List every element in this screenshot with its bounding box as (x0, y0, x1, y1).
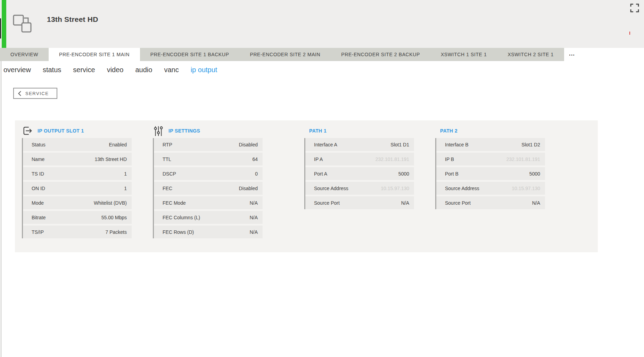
subnav-status[interactable]: status (43, 66, 61, 74)
fullscreen-button[interactable] (630, 3, 641, 13)
tab-overflow-button[interactable]: ... (564, 48, 580, 61)
service-back-label: SERVICE (25, 91, 49, 96)
status-accent-bar (2, 0, 6, 48)
field-table: Interface ASlot1 D1 IP A232.101.81.191 P… (304, 138, 414, 209)
field-row-source-address: Source Address10.15.97.130 (436, 182, 545, 195)
field-row-source-port: Source PortN/A (305, 196, 414, 209)
card-header: PATH 1 (304, 123, 414, 138)
tab-xswitch-1-site-1[interactable]: XSWITCH 1 SITE 1 (430, 48, 497, 61)
subnav-overview[interactable]: overview (3, 66, 31, 74)
section-nav: overview status service video audio vanc… (3, 61, 217, 78)
subnav-service[interactable]: service (73, 66, 95, 74)
card-title: IP OUTPUT SLOT 1 (38, 128, 84, 134)
card-title: PATH 1 (309, 128, 327, 134)
card-title: IP SETTINGS (168, 128, 200, 134)
field-row-fec: FECDisabled (154, 182, 263, 195)
tab-pre-encoder-site-2-backup[interactable]: PRE-ENCODER SITE 2 BACKUP (331, 48, 430, 61)
ip-settings-icon (153, 125, 164, 136)
field-row-port-a: Port A5000 (305, 167, 414, 180)
field-row-ts-id: TS ID1 (23, 167, 132, 180)
field-row-port-b: Port B5000 (436, 167, 545, 180)
field-row-interface-b: Interface BSlot1 D2 (436, 138, 545, 151)
field-row-fec-mode: FEC ModeN/A (154, 196, 263, 209)
red-artifact (629, 32, 630, 35)
field-row-fec-rows: FEC Rows (D)N/A (154, 226, 263, 238)
card-ip-settings: IP SETTINGS RTPDisabled TTL64 DSCP0 FECD… (153, 123, 263, 240)
field-row-bitrate: Bitrate55.00 Mbps (23, 211, 132, 224)
field-row-ip-a: IP A232.101.81.191 (305, 153, 414, 165)
page-title: 13th Street HD (47, 15, 98, 24)
tab-overview[interactable]: OVERVIEW (0, 48, 49, 61)
tab-pre-encoder-site-1-backup[interactable]: PRE-ENCODER SITE 1 BACKUP (140, 48, 240, 61)
card-header: IP SETTINGS (153, 123, 263, 138)
field-row-interface-a: Interface ASlot1 D1 (305, 138, 414, 151)
tab-pre-encoder-site-1-main[interactable]: PRE-ENCODER SITE 1 MAIN (49, 48, 140, 61)
field-row-fec-columns: FEC Columns (L)N/A (154, 211, 263, 224)
field-row-mode: ModeWhitelist (DVB) (23, 196, 132, 209)
card-path-1: PATH 1 Interface ASlot1 D1 IP A232.101.8… (304, 123, 414, 211)
field-table: Interface BSlot1 D2 IP B232.101.81.191 P… (435, 138, 545, 209)
field-table: RTPDisabled TTL64 DSCP0 FECDisabled FEC … (153, 138, 263, 238)
field-row-on-id: ON ID1 (23, 182, 132, 195)
card-header: IP OUTPUT SLOT 1 (22, 123, 132, 138)
ip-output-icon (22, 125, 33, 136)
ip-output-panel: IP OUTPUT SLOT 1 StatusEnabled Name13th … (15, 120, 598, 252)
chevron-left-icon (18, 91, 21, 96)
card-ip-output-slot-1: IP OUTPUT SLOT 1 StatusEnabled Name13th … (22, 123, 132, 240)
field-row-source-address: Source Address10.15.97.130 (305, 182, 414, 195)
service-back-button[interactable]: SERVICE (13, 88, 57, 99)
header: 13th Street HD (0, 0, 644, 48)
field-row-source-port: Source PortN/A (436, 196, 545, 209)
subnav-vanc[interactable]: vanc (164, 66, 179, 74)
device-tab-bar: OVERVIEW PRE-ENCODER SITE 1 MAIN PRE-ENC… (0, 48, 644, 61)
tab-xswitch-2-site-1[interactable]: XSWITCH 2 SITE 1 (497, 48, 564, 61)
field-row-ttl: TTL64 (154, 153, 263, 165)
field-table: StatusEnabled Name13th Street HD TS ID1 … (22, 138, 132, 238)
field-row-name: Name13th Street HD (23, 153, 132, 165)
field-row-ts-ip: TS/IP7 Packets (23, 226, 132, 238)
field-row-status: StatusEnabled (23, 138, 132, 151)
card-header: PATH 2 (435, 123, 545, 138)
card-path-2: PATH 2 Interface BSlot1 D2 IP B232.101.8… (435, 123, 545, 211)
tab-pre-encoder-site-2-main[interactable]: PRE-ENCODER SITE 2 MAIN (239, 48, 331, 61)
channel-logo-icon (11, 11, 34, 34)
subnav-audio[interactable]: audio (135, 66, 152, 74)
subnav-ip-output[interactable]: ip output (191, 66, 217, 74)
page-left-rule (1, 61, 1, 357)
field-row-dscp: DSCP0 (154, 167, 263, 180)
card-title: PATH 2 (440, 128, 457, 134)
field-row-ip-b: IP B232.101.81.191 (436, 153, 545, 165)
left-edge-artifact (0, 18, 1, 39)
fullscreen-icon (630, 3, 641, 12)
subnav-video[interactable]: video (107, 66, 124, 74)
field-row-rtp: RTPDisabled (154, 138, 263, 151)
